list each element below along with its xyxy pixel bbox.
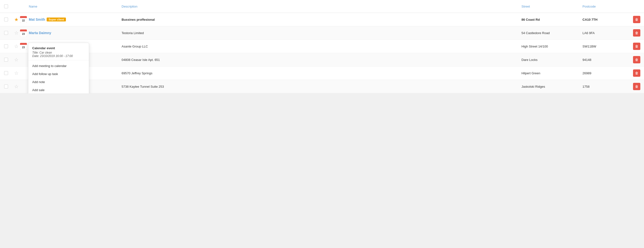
header-description: Description	[120, 2, 520, 10]
row-checkbox-cell	[0, 83, 12, 90]
popup-menu-add-sale[interactable]: Add sale	[28, 86, 89, 93]
row-postcode-cell: 94148	[580, 56, 629, 64]
row-description-cell: Testoria Limited	[120, 29, 520, 37]
calendar-top	[20, 29, 27, 31]
header-actions-col	[629, 2, 644, 10]
calendar-day: 22	[20, 18, 27, 23]
row-postcode-cell: 26989	[580, 69, 629, 77]
delete-button[interactable]: 🗑	[633, 29, 640, 36]
contact-name-link[interactable]: Mat Smith	[29, 17, 45, 21]
calendar-popup: Calendar event Title: Car clean Date: 23…	[28, 43, 89, 93]
popup-menu-add-note[interactable]: Add note	[28, 78, 89, 86]
select-all-checkbox[interactable]	[4, 4, 8, 8]
row-description-cell: 5738 Kaylee Tunnel Suite 253	[120, 83, 520, 90]
row-actions-cell: 🗑	[629, 67, 644, 79]
popup-menu-add-meeting[interactable]: Add meeting to calendar	[28, 62, 89, 70]
calendar-day: 23	[20, 45, 27, 50]
row-checkbox[interactable]	[4, 44, 8, 48]
row-postcode-cell: CA10 7TH	[580, 16, 629, 23]
row-icons-cell: ☆ 23	[12, 27, 27, 38]
contact-name-link[interactable]: Marta Daimny	[29, 31, 51, 35]
row-description-cell: Asante Group LLC	[120, 43, 520, 50]
header-name: Name	[27, 2, 120, 10]
row-checkbox-cell	[0, 56, 12, 64]
popup-event-detail-date: Date: 23/10/2019 16:00 - 17:00	[32, 54, 85, 58]
row-checkbox-cell	[0, 42, 12, 50]
row-checkbox[interactable]	[4, 85, 8, 88]
table-row: ☆ 5738 Kaylee Tunnel Suite 253 Jaskolski…	[0, 80, 644, 93]
calendar-icon[interactable]: 23	[20, 43, 27, 50]
row-checkbox[interactable]	[4, 71, 8, 75]
row-actions-cell: 🗑	[629, 54, 644, 65]
row-postcode-cell: 1758	[580, 83, 629, 90]
header-icons-col	[12, 2, 27, 10]
row-street-cell: Dare Locks	[520, 56, 580, 64]
contacts-table: Name Description Street Postcode ★ 22 Ma…	[0, 0, 644, 93]
row-icons-cell: ☆	[12, 55, 27, 65]
row-name-cell: Mat Smith Super client	[27, 15, 120, 23]
table-row: ☆ 23 Martin Kowalsky VIP Asante Group LL…	[0, 40, 644, 53]
row-street-cell: 54 Castledore Road	[520, 29, 580, 37]
star-icon[interactable]: ☆	[14, 57, 18, 63]
star-icon[interactable]: ☆	[14, 70, 18, 76]
row-actions-cell: 🗑	[629, 14, 644, 25]
header-street: Street	[520, 2, 580, 10]
star-icon[interactable]: ☆	[14, 30, 18, 36]
star-icon[interactable]: ☆	[14, 43, 18, 49]
row-street-cell: Hilpert Green	[520, 69, 580, 77]
row-checkbox[interactable]	[4, 31, 8, 35]
calendar-icon[interactable]: 23	[20, 29, 27, 36]
popup-event-info: Calendar event Title: Car clean Date: 23…	[28, 46, 89, 60]
star-icon[interactable]: ★	[14, 16, 18, 22]
row-street-cell: Jaskolski Ridges	[520, 83, 580, 90]
delete-button[interactable]: 🗑	[633, 43, 640, 50]
row-name-cell: Marta Daimny	[27, 29, 120, 37]
row-actions-cell: 🗑	[629, 27, 644, 38]
row-icons-cell: ☆	[12, 82, 27, 91]
row-street-cell: High Street 14/100	[520, 43, 580, 50]
row-checkbox[interactable]	[4, 17, 8, 21]
table-header: Name Description Street Postcode	[0, 0, 644, 13]
delete-button[interactable]: 🗑	[633, 83, 640, 90]
calendar-top	[20, 43, 27, 45]
table-row: ★ 22 Mat Smith Super client Bussines pro…	[0, 13, 644, 26]
header-postcode: Postcode	[580, 2, 629, 10]
row-street-cell: 86 Coast Rd	[520, 16, 580, 23]
calendar-top	[20, 16, 27, 18]
row-actions-cell: 🗑	[629, 81, 644, 92]
table-row: ☆ 23 Marta Daimny Testoria Limited 54 Ca…	[0, 26, 644, 40]
table-row: ☆ tag2 tag3 69570 Jeffrey Springs Hilper…	[0, 67, 644, 80]
row-description-cell: 04808 Ceasar Isle Apt. 651	[120, 56, 520, 64]
calendar-icon[interactable]: 22	[20, 16, 27, 23]
star-icon[interactable]: ☆	[14, 84, 18, 89]
popup-menu-add-followup[interactable]: Add follow up task	[28, 70, 89, 78]
calendar-day: 23	[20, 31, 27, 36]
popup-event-detail-title: Title: Car clean	[32, 51, 85, 54]
row-checkbox[interactable]	[4, 58, 8, 62]
delete-button[interactable]: 🗑	[633, 16, 640, 23]
delete-button[interactable]: 🗑	[633, 56, 640, 63]
row-description-cell: Bussines proffesional	[120, 16, 520, 23]
popup-event-title: Calendar event	[32, 46, 85, 50]
row-icons-cell: ☆	[12, 68, 27, 78]
row-description-cell: 69570 Jeffrey Springs	[120, 69, 520, 77]
row-postcode-cell: SW11BW	[580, 43, 629, 50]
row-checkbox-cell	[0, 15, 12, 23]
row-icons-cell: ☆ 23	[12, 41, 27, 52]
row-postcode-cell: LA6 9FA	[580, 29, 629, 37]
delete-button[interactable]: 🗑	[633, 69, 640, 77]
super-client-badge: Super client	[47, 17, 66, 21]
row-checkbox-cell	[0, 69, 12, 77]
table-row: ☆ 04808 Ceasar Isle Apt. 651 Dare Locks …	[0, 53, 644, 67]
row-icons-cell: ★ 22	[12, 14, 27, 25]
row-actions-cell: 🗑	[629, 41, 644, 52]
row-checkbox-cell	[0, 29, 12, 37]
header-checkbox-col	[0, 2, 12, 10]
